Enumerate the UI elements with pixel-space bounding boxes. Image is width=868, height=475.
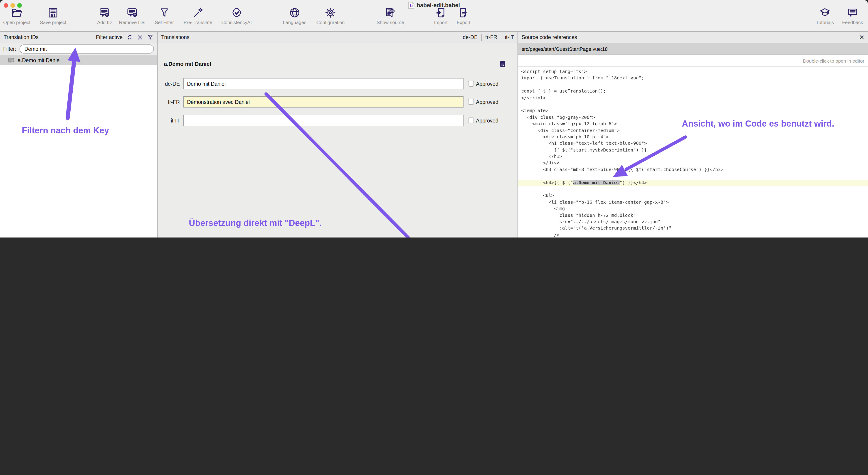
approved-checkbox-it[interactable] bbox=[468, 118, 474, 124]
open-project-button[interactable]: Open project bbox=[3, 7, 30, 25]
annotation-code-note: Ansicht, wo im Code es benutzt wird. bbox=[682, 119, 834, 129]
code-line: </div> bbox=[518, 160, 868, 167]
selected-id-heading: a.Demo mit Daniel bbox=[164, 61, 211, 67]
row-lang-it: it-IT bbox=[158, 118, 180, 123]
close-panel-icon[interactable]: ✕ bbox=[859, 34, 864, 40]
source-references-panel: Source code references ✕ src/pages/start… bbox=[518, 32, 868, 238]
lang-tab-de[interactable]: de-DE bbox=[463, 34, 477, 40]
graduation-cap-icon bbox=[819, 7, 831, 19]
code-line: <h3 class="mb-8 text-blue-900">{{ $t("st… bbox=[518, 167, 868, 173]
funnel-icon bbox=[158, 7, 170, 19]
annotation-filter-note: Filtern nach dem Key bbox=[22, 126, 109, 136]
tutorials-button[interactable]: Tutorials bbox=[816, 7, 834, 25]
separator bbox=[501, 34, 501, 41]
code-line: <h4>{{ $t("a.Demo mit Daniel") }}</h4> bbox=[518, 179, 868, 186]
filter-funnel-icon[interactable] bbox=[147, 34, 153, 40]
gear-icon bbox=[324, 7, 336, 19]
approved-label-fr: Approved bbox=[476, 99, 498, 105]
translation-input-it[interactable] bbox=[183, 115, 464, 126]
svg-text:b: b bbox=[410, 3, 412, 8]
approved-checkbox-fr[interactable] bbox=[468, 99, 474, 105]
lang-tab-it[interactable]: it-IT bbox=[505, 34, 514, 40]
code-line: <img bbox=[518, 205, 868, 212]
code-line bbox=[518, 186, 868, 193]
code-line: <template> bbox=[518, 108, 868, 114]
notes-icon[interactable] bbox=[499, 60, 506, 68]
translation-editor: a.Demo mit Daniel de-DE Approved fr-FR bbox=[158, 43, 518, 238]
code-line: src="../../assets/images/mood_vv.jpg" bbox=[518, 219, 868, 225]
code-line: import { useTranslation } from "i18next-… bbox=[518, 75, 868, 82]
code-line: const { t } = useTranslation(); bbox=[518, 88, 868, 95]
translation-id-list: a.Demo mit Daniel bbox=[0, 55, 157, 65]
code-line: <ul> bbox=[518, 193, 868, 199]
lang-tab-fr[interactable]: fr-FR bbox=[485, 34, 497, 40]
translation-id-label: a.Demo mit Daniel bbox=[18, 58, 61, 63]
export-icon bbox=[458, 7, 469, 19]
filter-input[interactable] bbox=[20, 44, 154, 54]
code-line: <div class="pb-10 pt-4"> bbox=[518, 134, 868, 140]
bubble-plus-icon bbox=[98, 7, 110, 19]
speech-bubble-icon bbox=[847, 7, 859, 19]
code-line bbox=[518, 173, 868, 180]
code-listing[interactable]: <script setup lang="ts">import { useTran… bbox=[518, 67, 868, 238]
remove-ids-button[interactable]: Remove IDs bbox=[119, 7, 145, 25]
translation-ids-title: Translation IDs bbox=[4, 34, 39, 40]
brain-check-icon bbox=[230, 7, 242, 19]
app-window: b babel-edit.babel Open project Save pro… bbox=[0, 0, 868, 238]
export-button[interactable]: Export bbox=[457, 7, 470, 25]
feedback-button[interactable]: Feedback bbox=[842, 7, 863, 25]
magic-wand-icon bbox=[192, 7, 204, 19]
code-line: <li class="mb-16 flex items-center gap-x… bbox=[518, 199, 868, 206]
code-line: <script setup lang="ts"> bbox=[518, 68, 868, 75]
import-button[interactable]: Import bbox=[434, 7, 447, 25]
set-filter-button[interactable]: Set Filter bbox=[155, 7, 174, 25]
code-line: /> bbox=[518, 232, 868, 238]
languages-button[interactable]: Languages bbox=[283, 7, 306, 25]
code-line: </script> bbox=[518, 95, 868, 101]
annotation-deepl-note: Übersetzung direkt mit "DeepL". bbox=[189, 218, 322, 228]
show-source-button[interactable]: Show source bbox=[377, 7, 404, 25]
bubble-minus-icon bbox=[126, 7, 138, 19]
clear-filter-icon[interactable] bbox=[137, 34, 143, 40]
approved-label-it: Approved bbox=[476, 118, 498, 123]
highlighted-translation-key: a.Demo mit Daniel bbox=[573, 180, 620, 185]
code-line: {{ $t("start.myvbvDescription") }} bbox=[518, 147, 868, 154]
code-line bbox=[518, 82, 868, 88]
document-eye-icon bbox=[384, 7, 396, 19]
open-folder-icon bbox=[11, 7, 23, 19]
code-line: <h1 class="text-left text-blue-900"> bbox=[518, 140, 868, 147]
import-icon bbox=[435, 7, 447, 19]
comment-icon bbox=[8, 57, 14, 64]
toolbar: b babel-edit.babel Open project Save pro… bbox=[0, 0, 868, 32]
translations-panel: Translations de-DE fr-FR it-IT a.Demo mi… bbox=[158, 32, 518, 238]
consistency-ai-button[interactable]: ConsistencyAI bbox=[221, 7, 252, 25]
babel-file-icon: b bbox=[408, 2, 414, 9]
separator bbox=[481, 34, 482, 41]
configuration-button[interactable]: Configuration bbox=[316, 7, 345, 25]
save-icon bbox=[47, 7, 59, 19]
add-id-button[interactable]: Add ID bbox=[97, 7, 112, 25]
translation-input-fr[interactable] bbox=[183, 96, 464, 107]
code-line: class="hidden h-72 md:block" bbox=[518, 212, 868, 219]
approved-label-de: Approved bbox=[476, 81, 498, 87]
filter-active-label: Filter active bbox=[96, 34, 123, 40]
save-project-button[interactable]: Save project bbox=[40, 7, 66, 25]
pre-translate-button[interactable]: Pre-Translate bbox=[184, 7, 212, 25]
code-line bbox=[518, 101, 868, 108]
source-references-title: Source code references bbox=[522, 34, 577, 40]
source-reference-item[interactable]: src/pages/start/GuestStartPage.vue:18 bbox=[518, 43, 868, 55]
row-lang-de: de-DE bbox=[158, 81, 180, 87]
open-in-editor-hint: Double-click to open in editor bbox=[803, 58, 864, 63]
filter-label: Filter: bbox=[3, 46, 17, 52]
translations-title: Translations bbox=[161, 34, 189, 40]
source-reference-path: src/pages/start/GuestStartPage.vue:18 bbox=[522, 46, 608, 52]
translation-id-item[interactable]: a.Demo mit Daniel bbox=[0, 55, 157, 65]
code-line: :alt="t('a.Versicherungsvermittler/-in')… bbox=[518, 225, 868, 232]
row-lang-fr: fr-FR bbox=[158, 99, 180, 105]
translation-input-de[interactable] bbox=[183, 78, 464, 89]
approved-checkbox-de[interactable] bbox=[468, 81, 474, 87]
refresh-icon[interactable] bbox=[127, 34, 133, 40]
code-line: </h1> bbox=[518, 154, 868, 160]
globe-icon bbox=[289, 7, 301, 19]
